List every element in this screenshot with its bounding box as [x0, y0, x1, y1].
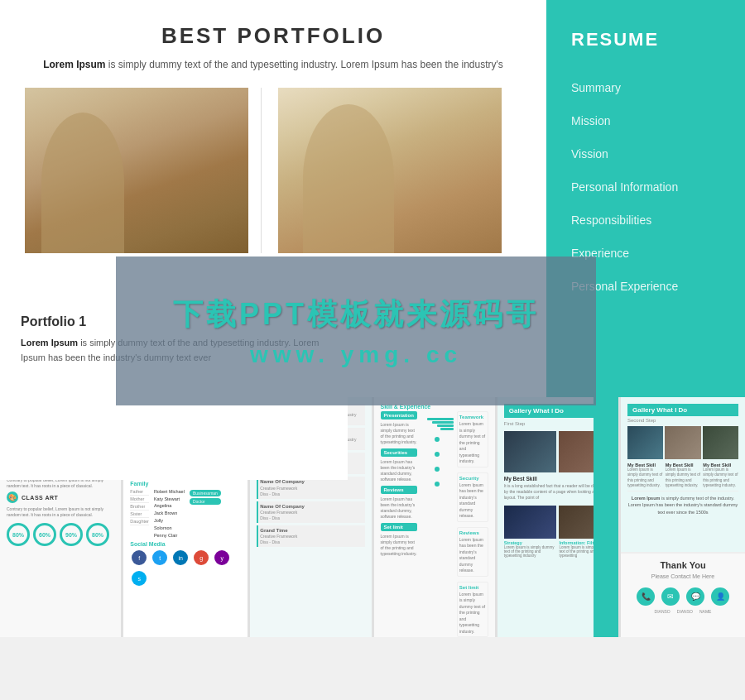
- security-label: Securities: [381, 448, 417, 457]
- dot-3: [435, 467, 440, 472]
- skill-2: My Best Skill Lorem Ipsum is simply dumm…: [666, 463, 701, 488]
- yahoo-icon[interactable]: y: [214, 550, 229, 565]
- company-4: Name Of Company Creative Framework Diss …: [257, 477, 364, 498]
- daughter-entry: Daughter: [130, 518, 149, 525]
- skills-row: My Best Skill Lorem Ipsum is simply dumm…: [627, 463, 738, 488]
- class-art-desc: Contrary to popular belief, Lorem Ipsum …: [7, 506, 114, 518]
- photo-girl-2: [278, 88, 502, 253]
- social-icons-row: f t in g y s: [130, 549, 241, 587]
- gallery-2-subtitle: Second Step: [627, 418, 738, 423]
- g2-img-3: [703, 426, 738, 459]
- family-title: Family: [130, 481, 241, 487]
- phone-icon[interactable]: 📞: [637, 587, 655, 606]
- sister-entry: Sister: [130, 511, 149, 518]
- skills-bars: [421, 411, 454, 637]
- resume-title: RESUME: [546, 0, 745, 71]
- menu-responsibilities[interactable]: Responsibilities: [571, 204, 720, 237]
- family-badges: Businessman Doctor: [190, 488, 221, 539]
- photo-girl-1: [25, 88, 248, 253]
- menu-summary[interactable]: Summary: [571, 71, 720, 104]
- bar-reviews: [437, 424, 454, 427]
- teal-strip: [594, 397, 618, 637]
- skill-items-right: Teamwork Lorem Ipsum is simply dummy tex…: [457, 411, 488, 637]
- circle-90: 90%: [60, 523, 83, 546]
- dot-4: [435, 482, 440, 487]
- family-info: Father Mother Brother Sister Daughter Ro…: [130, 488, 241, 539]
- menu-mission[interactable]: Mission: [571, 104, 720, 137]
- watermark-overlay: 下载PPT模板就来源码哥 www. ymg. cc: [116, 257, 596, 405]
- gallery-img-1: [504, 431, 557, 472]
- chat-icon[interactable]: 💬: [686, 587, 704, 606]
- skill-set-limit: Set limit Lorem Ipsum is simply dummy te…: [457, 582, 488, 638]
- thankyou-title: Thank You: [660, 560, 705, 570]
- gallery-2-images: [627, 426, 738, 459]
- bar-teamwork: [427, 418, 454, 420]
- skills-bar-group: [421, 418, 454, 430]
- company-6: Grand Time Creative Framework Diss - Dis…: [257, 525, 364, 547]
- subtitle-bold: Lorem Ipsum: [43, 59, 105, 70]
- badge-doctor: Doctor: [190, 498, 221, 505]
- strategy-box: Strategy Lorem Ipsum is simply dummy tex…: [504, 506, 557, 558]
- strategy-img: [504, 506, 557, 539]
- presentation-label: Presentation: [381, 411, 417, 420]
- footer-text: Lorem Ipsum is simply dummy text of the …: [627, 491, 738, 515]
- skill-teamwork: Teamwork Lorem Ipsum is simply dummy tex…: [457, 411, 488, 467]
- social-media-title: Social Media: [130, 541, 241, 547]
- gallery-2-main: Gallery What I Do Second Step My Best Sk…: [621, 397, 745, 552]
- dot-1: [435, 437, 440, 442]
- circle-60: 60%: [33, 523, 56, 546]
- thankyou-subtitle: Please Contact Me Here: [651, 573, 714, 579]
- watermark-line2: www. ymg. cc: [250, 342, 462, 368]
- set-limit-label: Set limit: [381, 523, 417, 531]
- menu-vission[interactable]: Vission: [571, 137, 720, 170]
- thank-you-section: Thank You Please Contact Me Here 📞 ✉ 💬 👤…: [621, 552, 745, 637]
- badge-businessman: Businessman: [190, 490, 221, 496]
- google-icon[interactable]: g: [194, 550, 209, 565]
- photo-divider: [261, 88, 262, 253]
- twitter-icon[interactable]: t: [152, 550, 167, 565]
- photos-row: [0, 88, 546, 253]
- circles-row: 80% 60% 90% 80%: [7, 523, 114, 546]
- fb-icon[interactable]: f: [132, 550, 147, 565]
- bar-security: [432, 421, 454, 424]
- gallery-2-title: Gallery What I Do: [627, 404, 738, 416]
- reviews-text: Lorem Ipsum has been the industry's stan…: [381, 496, 417, 520]
- skype-icon[interactable]: s: [132, 571, 147, 586]
- slide-subtitle: Lorem Ipsum is simply dummy text of the …: [0, 57, 546, 88]
- brother-entry: Brother: [130, 503, 149, 511]
- circle-80b: 80%: [86, 523, 109, 546]
- skills-left: Presentation Lorem Ipsum is simply dummy…: [381, 411, 417, 637]
- slide-title: BEST PORTFOLIO: [0, 0, 546, 57]
- dot-2: [435, 452, 440, 457]
- g2-img-1: [627, 426, 663, 459]
- thumb-gallery-1: Gallery What I Do First Step My Best Ski…: [497, 397, 618, 637]
- bar-limit: [440, 428, 454, 430]
- label-chat: NAME: [699, 609, 711, 614]
- subtitle-rest: is simply dummy text of the and typesett…: [106, 59, 503, 70]
- watermark-line1: 下载PPT模板就来源码哥: [173, 295, 539, 335]
- family-left: Father Mother Brother Sister Daughter: [130, 488, 149, 539]
- family-right: Robert MichaelKaty StewartAngelinaJack B…: [154, 488, 185, 539]
- thumb-skills: Skill & Experience Presentation Lorem Ip…: [374, 397, 495, 637]
- contact-labels: DIANSO DIANSO NAME: [655, 609, 712, 614]
- menu-personal-info[interactable]: Personal Information: [571, 170, 720, 204]
- user-icon[interactable]: 👤: [711, 587, 729, 606]
- company-5: Name Of Company Creative Framework Diss …: [257, 501, 364, 523]
- thumb-gallery-2: Gallery What I Do Second Step My Best Sk…: [621, 397, 745, 637]
- contact-icons: 📞 ✉ 💬 👤: [637, 587, 729, 606]
- skills-right: Teamwork Lorem Ipsum is simply dummy tex…: [457, 411, 488, 637]
- linkedin-icon[interactable]: in: [173, 550, 188, 565]
- email-icon[interactable]: ✉: [661, 587, 680, 606]
- skill-security: Security Lorem Ipsum has been the indust…: [457, 472, 488, 522]
- timeline: [435, 437, 440, 487]
- portfolio-bold: Lorem Ipsum: [21, 338, 78, 348]
- class-art-header: 🎨 Class Art: [7, 491, 114, 503]
- set-limit-text: Lorem Ipsum is simply dummy text of the …: [381, 534, 417, 557]
- class-art-title: Class Art: [22, 495, 58, 501]
- skills-content: Presentation Lorem Ipsum is simply dummy…: [381, 411, 488, 637]
- security-text: Lorem Ipsum has been the industry's stan…: [381, 459, 417, 482]
- class-art-icon: 🎨: [7, 491, 18, 503]
- skill-reviews: Reviews Lorem Ipsum has been the industr…: [457, 527, 488, 577]
- reviews-label: Reviews: [381, 486, 417, 494]
- circle-80: 80%: [7, 523, 30, 546]
